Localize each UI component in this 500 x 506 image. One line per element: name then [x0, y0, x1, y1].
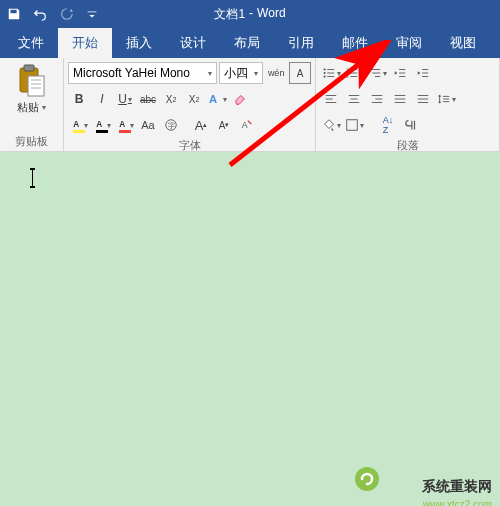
- tab-view[interactable]: 视图: [436, 28, 490, 58]
- number-list-button[interactable]: 123▾: [343, 62, 365, 84]
- svg-text:字: 字: [168, 122, 175, 129]
- clipboard-group-label: 剪贴板: [4, 132, 59, 149]
- superscript-button[interactable]: X2: [183, 88, 205, 110]
- text-effects-button[interactable]: A▾: [206, 88, 228, 110]
- svg-rect-53: [346, 120, 357, 131]
- save-icon[interactable]: [6, 6, 22, 22]
- svg-point-17: [323, 75, 325, 77]
- char-border-button[interactable]: A: [289, 62, 311, 84]
- grow-font-button[interactable]: A▴: [190, 114, 212, 136]
- tab-insert[interactable]: 插入: [112, 28, 166, 58]
- circled-char-button[interactable]: 字: [160, 114, 182, 136]
- qat-dropdown-icon[interactable]: [84, 6, 100, 22]
- svg-text:A: A: [119, 120, 125, 129]
- bullet-list-button[interactable]: ▾: [320, 62, 342, 84]
- sort-button[interactable]: A↓Z: [377, 114, 399, 136]
- svg-rect-2: [28, 76, 44, 96]
- clipboard-group: 粘贴 ▾ 剪贴板: [0, 58, 64, 151]
- multilevel-list-button[interactable]: ▾: [366, 62, 388, 84]
- shrink-font-button[interactable]: A▾: [213, 114, 235, 136]
- shading-button[interactable]: ▾: [320, 114, 342, 136]
- watermark-logo-icon: [354, 466, 380, 492]
- underline-button[interactable]: U▾: [114, 88, 136, 110]
- svg-point-15: [323, 72, 325, 74]
- window-title: 文档1 - Word: [214, 6, 285, 23]
- svg-text:A: A: [242, 120, 248, 130]
- strikethrough-button[interactable]: abc: [137, 88, 159, 110]
- font-name-combo[interactable]: Microsoft YaHei Mono ▾: [68, 62, 217, 84]
- redo-icon[interactable]: [58, 6, 74, 22]
- increase-indent-button[interactable]: [412, 62, 434, 84]
- tab-mail[interactable]: 邮件: [328, 28, 382, 58]
- paste-button[interactable]: 粘贴 ▾: [4, 62, 59, 115]
- tab-file[interactable]: 文件: [4, 28, 58, 58]
- borders-button[interactable]: ▾: [343, 114, 365, 136]
- decrease-indent-button[interactable]: [389, 62, 411, 84]
- highlight-button[interactable]: A▾: [68, 114, 90, 136]
- doc-name: 文档1: [214, 6, 245, 23]
- show-marks-button[interactable]: [400, 114, 422, 136]
- svg-point-55: [355, 467, 379, 491]
- distributed-button[interactable]: [412, 88, 434, 110]
- svg-text:A: A: [96, 120, 102, 129]
- font-size-combo[interactable]: 小四 ▾: [219, 62, 263, 84]
- subscript-button[interactable]: X2: [160, 88, 182, 110]
- justify-button[interactable]: [389, 88, 411, 110]
- bold-button[interactable]: B: [68, 88, 90, 110]
- text-cursor: [32, 170, 33, 186]
- quick-access-toolbar: [6, 6, 100, 22]
- chevron-down-icon: ▾: [254, 69, 258, 78]
- undo-icon[interactable]: [32, 6, 48, 22]
- font-group: Microsoft YaHei Mono ▾ 小四 ▾ wén A B I U▾…: [64, 58, 316, 151]
- chevron-down-icon: ▾: [208, 69, 212, 78]
- align-right-button[interactable]: [366, 88, 388, 110]
- paste-label: 粘贴 ▾: [17, 100, 46, 115]
- title-bar: 文档1 - Word: [0, 0, 500, 28]
- tab-review[interactable]: 审阅: [382, 28, 436, 58]
- font-size-value: 小四: [224, 65, 248, 82]
- font-color-button[interactable]: A▾: [114, 114, 136, 136]
- phonetic-guide-button[interactable]: wén: [265, 62, 287, 84]
- ribbon: 粘贴 ▾ 剪贴板 Microsoft YaHei Mono ▾ 小四 ▾ wén…: [0, 58, 500, 152]
- tab-help[interactable]: 帮助: [490, 28, 500, 58]
- paragraph-group-label: 段落: [320, 136, 495, 153]
- tab-design[interactable]: 设计: [166, 28, 220, 58]
- font-name-value: Microsoft YaHei Mono: [73, 66, 190, 80]
- char-shading-button[interactable]: A▾: [91, 114, 113, 136]
- svg-rect-1: [24, 65, 34, 71]
- svg-text:3: 3: [345, 74, 348, 79]
- chevron-down-icon: ▾: [42, 103, 46, 112]
- ribbon-tabs: 文件 开始 插入 设计 布局 引用 邮件 审阅 视图 帮助: [0, 28, 500, 58]
- svg-point-13: [323, 68, 325, 70]
- tab-home[interactable]: 开始: [58, 28, 112, 58]
- svg-text:A: A: [73, 120, 79, 129]
- paste-icon: [18, 64, 46, 98]
- align-center-button[interactable]: [343, 88, 365, 110]
- change-case-button[interactable]: Aa: [137, 114, 159, 136]
- tab-references[interactable]: 引用: [274, 28, 328, 58]
- tab-layout[interactable]: 布局: [220, 28, 274, 58]
- line-spacing-button[interactable]: ▾: [435, 88, 457, 110]
- watermark-brand: 系统重装网: [422, 478, 492, 496]
- align-left-button[interactable]: [320, 88, 342, 110]
- italic-button[interactable]: I: [91, 88, 113, 110]
- eraser-icon[interactable]: [229, 88, 251, 110]
- clear-format-button[interactable]: A: [236, 114, 258, 136]
- watermark-url: www.xtcz2.com: [423, 499, 492, 506]
- paragraph-group: ▾ 123▾ ▾ ▾ ▾ ▾ A↓Z 段落: [316, 58, 500, 151]
- font-group-label: 字体: [68, 136, 311, 153]
- document-canvas[interactable]: [0, 152, 500, 506]
- app-name: Word: [257, 6, 285, 23]
- svg-text:A: A: [209, 93, 217, 105]
